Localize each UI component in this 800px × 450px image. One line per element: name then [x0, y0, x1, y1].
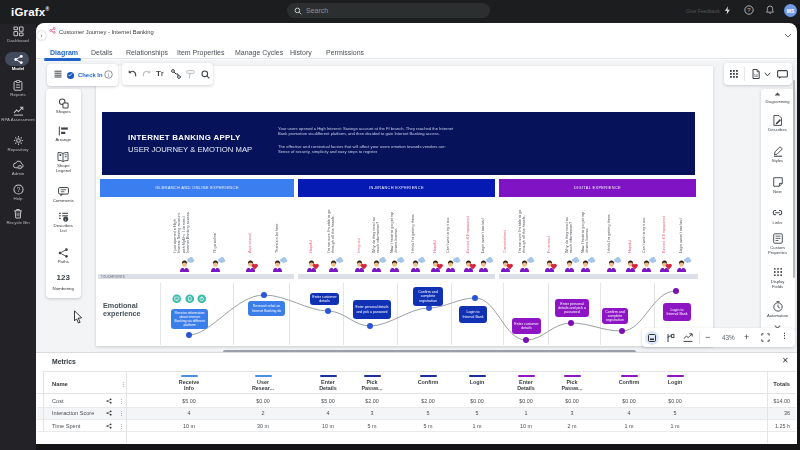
svg-text:50: 50 [754, 73, 759, 78]
svg-text:i: i [108, 71, 110, 77]
svg-text:i: i [65, 217, 66, 222]
svg-text:?: ? [16, 186, 20, 193]
svg-text:?: ? [747, 7, 751, 13]
